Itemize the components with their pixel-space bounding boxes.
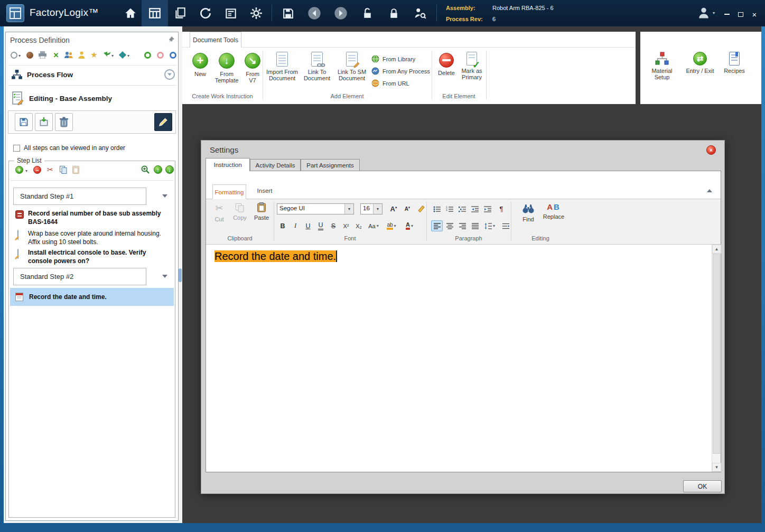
move-step-up-button[interactable]: ↑ xyxy=(154,165,162,174)
step-group-header[interactable]: Standard Step #1 xyxy=(13,188,146,205)
italic-button[interactable]: I xyxy=(290,220,301,231)
caret-down-icon[interactable]: ▾ xyxy=(127,53,129,58)
align-center-button[interactable] xyxy=(444,220,455,231)
close-dialog-button[interactable]: × xyxy=(706,145,716,155)
numbered-list-button[interactable]: 12 xyxy=(444,203,455,214)
status-pink-button[interactable] xyxy=(157,52,164,59)
increase-indent-button[interactable] xyxy=(482,203,493,214)
from-template-button[interactable]: ↓ From Template xyxy=(213,53,240,83)
shape-button[interactable] xyxy=(118,50,127,60)
close-window-button[interactable]: × xyxy=(748,8,761,20)
scroll-up-button[interactable]: ▲ xyxy=(712,245,721,254)
collapse-ribbon-chevron[interactable] xyxy=(707,189,712,192)
process-flow-row[interactable]: Process Flow xyxy=(6,67,178,83)
find-button[interactable]: Find xyxy=(519,202,538,222)
decrease-indent-button[interactable] xyxy=(469,203,481,214)
collapse-section-button[interactable] xyxy=(164,69,175,80)
underline-button[interactable]: U xyxy=(302,220,314,231)
person-button[interactable] xyxy=(77,50,86,60)
step-item-selected[interactable]: Record the date and time. xyxy=(10,288,174,306)
cut-step-button[interactable]: ✂ xyxy=(47,165,53,174)
any-order-checkbox[interactable] xyxy=(13,145,20,152)
caret-down-icon[interactable]: ▾ xyxy=(111,53,114,58)
instruction-text-area[interactable]: Record the date and time. ▲ ▼ xyxy=(206,245,721,472)
recipes-button[interactable]: Recipes xyxy=(721,52,748,74)
strikethrough-button[interactable]: S xyxy=(328,220,339,231)
from-any-process-button[interactable]: From Any Process xyxy=(371,67,430,75)
news-button[interactable] xyxy=(220,3,242,23)
font-size-combo[interactable]: 16 ▾ xyxy=(360,203,382,214)
add-step-caret[interactable]: ▾ xyxy=(25,169,27,173)
grow-font-button[interactable]: A▴ xyxy=(388,203,399,214)
minimize-button[interactable] xyxy=(721,8,733,20)
highlighter-button[interactable] xyxy=(415,203,427,214)
process-definition-button[interactable] xyxy=(144,3,166,23)
paste-button[interactable]: Paste xyxy=(251,202,272,221)
cut-button[interactable]: ✂ Cut xyxy=(210,202,228,222)
documents-button[interactable] xyxy=(169,3,191,23)
align-justify-button[interactable] xyxy=(469,220,481,231)
back-button[interactable] xyxy=(303,3,325,23)
from-url-button[interactable]: From URL xyxy=(371,79,409,87)
status-blue-button[interactable] xyxy=(170,52,176,59)
status-green-button[interactable] xyxy=(144,52,151,59)
replace-button[interactable]: AB Replace xyxy=(541,202,566,220)
shrink-font-button[interactable]: A▾ xyxy=(402,203,413,214)
print-button[interactable] xyxy=(38,50,47,60)
save-process-button[interactable] xyxy=(15,113,33,131)
line-spacing-button[interactable]: ▾ xyxy=(482,220,498,231)
caret-down-icon[interactable]: ▾ xyxy=(18,53,21,58)
any-order-option[interactable]: All steps can be viewed in any order xyxy=(13,144,125,152)
export-button[interactable] xyxy=(102,50,111,60)
editor-scrollbar[interactable]: ▲ ▼ xyxy=(712,245,721,472)
tab-instruction[interactable]: Instruction xyxy=(206,158,250,171)
import-from-document-button[interactable]: Import From Document xyxy=(266,52,298,81)
pin-panel-button[interactable] xyxy=(167,36,175,46)
sync-button[interactable] xyxy=(194,3,217,23)
pilcrow-button[interactable]: ¶ xyxy=(496,203,507,214)
user-menu-button[interactable]: ▾ xyxy=(696,5,715,20)
step-group-header[interactable]: Standard Step #2 xyxy=(13,268,146,285)
tab-activity-details[interactable]: Activity Details xyxy=(250,159,301,171)
save-button[interactable] xyxy=(277,3,299,23)
subscript-button[interactable]: X₂ xyxy=(353,220,365,231)
material-setup-button[interactable]: Material Setup xyxy=(647,52,677,80)
settings-button[interactable] xyxy=(245,3,267,23)
paragraph-marks-button[interactable] xyxy=(500,220,511,231)
knob-button[interactable] xyxy=(9,50,18,60)
tab-formatting[interactable]: Formatting xyxy=(212,184,246,199)
delete-process-button[interactable] xyxy=(55,113,73,131)
collapse-step-chevron[interactable] xyxy=(162,194,167,198)
font-family-combo[interactable]: Segoe UI ▾ xyxy=(277,203,354,214)
align-left-button[interactable] xyxy=(431,220,443,231)
remove-button[interactable]: ✕ xyxy=(51,50,61,60)
team-button[interactable] xyxy=(64,50,73,60)
copy-step-button[interactable] xyxy=(60,166,67,176)
font-size-dropdown[interactable]: ▾ xyxy=(373,204,382,214)
ok-button[interactable]: OK xyxy=(683,480,722,492)
zoom-steps-button[interactable] xyxy=(141,165,150,176)
from-library-button[interactable]: From Library xyxy=(371,55,415,63)
change-case-button[interactable]: Aa▾ xyxy=(366,220,381,231)
panel-splitter[interactable] xyxy=(179,268,182,282)
collapse-step-chevron[interactable] xyxy=(162,275,167,278)
edit-mode-button[interactable] xyxy=(154,113,172,131)
favorite-button[interactable]: ★ xyxy=(89,50,99,60)
link-to-sm-document-button[interactable]: Link To SM Document xyxy=(335,52,368,81)
import-process-button[interactable] xyxy=(35,113,53,131)
bold-button[interactable]: B xyxy=(277,220,288,231)
superscript-button[interactable]: X² xyxy=(340,220,352,231)
maximize-button[interactable] xyxy=(734,8,747,20)
tab-document-tools[interactable]: Document Tools xyxy=(190,32,241,48)
double-underline-button[interactable]: U xyxy=(315,220,326,231)
tab-insert[interactable]: Insert xyxy=(251,188,278,194)
copy-button[interactable]: Copy xyxy=(230,203,249,221)
from-v7-button[interactable]: ↘ From V7 xyxy=(241,53,264,83)
step-item[interactable]: Wrap base cover plate around internal ho… xyxy=(9,229,175,248)
font-family-dropdown[interactable]: ▾ xyxy=(344,204,353,214)
mark-as-primary-button[interactable]: ✓ Mark as Primary xyxy=(459,52,485,80)
entry-exit-button[interactable]: ⇄ Entry / Exit xyxy=(683,52,717,74)
add-step-button[interactable]: + xyxy=(15,166,23,174)
align-right-button[interactable] xyxy=(456,220,468,231)
new-instruction-button[interactable]: + New xyxy=(189,53,212,77)
